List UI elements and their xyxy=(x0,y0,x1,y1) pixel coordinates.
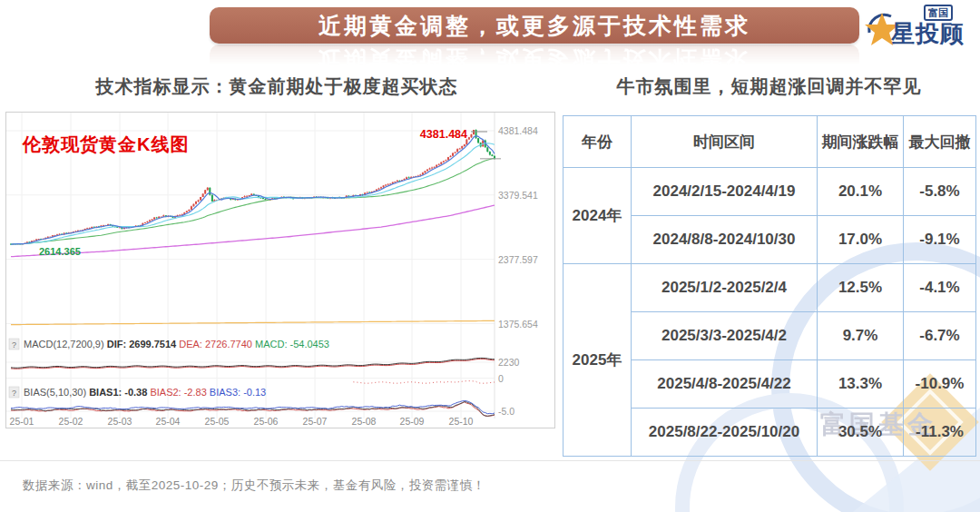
table-header-cell: 时间区间 xyxy=(632,116,818,168)
svg-text:?: ? xyxy=(12,389,16,398)
footer-disclaimer: 数据来源：wind，截至2025-10-29；历史不预示未来，基金有风险，投资需… xyxy=(23,478,485,494)
table-cell: 12.5% xyxy=(818,264,904,312)
table-header-cell: 年份 xyxy=(564,116,632,168)
right-heading: 牛市氛围里，短期超涨回调并不罕见 xyxy=(563,74,975,99)
start-annotation: 2614.365 xyxy=(39,246,81,257)
x-axis-label: 25-03 xyxy=(108,416,132,427)
price-axis-label: 2377.597 xyxy=(498,254,538,265)
table-row: 2025年2025/1/2-2025/2/412.5%-4.1% xyxy=(564,264,976,312)
table-cell: 30.5% xyxy=(818,409,904,457)
price-axis-label: 1375.654 xyxy=(498,319,538,330)
table-header-cell: 最大回撤 xyxy=(904,116,976,168)
peak-annotation: 4381.484 xyxy=(420,128,467,141)
table-cell: 2025/4/8-2025/4/22 xyxy=(632,360,818,409)
x-axis-label: 25-06 xyxy=(254,416,279,427)
table-cell: 2024/2/15-2024/4/19 xyxy=(632,168,818,216)
x-axis-label: 25-07 xyxy=(303,416,328,427)
table-body: 2024年2024/2/15-2024/4/1920.1%-5.8%2024/8… xyxy=(564,168,976,457)
macd-hist-dotted-line xyxy=(353,381,495,384)
gold-kline-chart: 伦敦现货黄金K线图4381.4842614.3654381.4843379.54… xyxy=(6,113,554,428)
slide-page: { "banner": { "title": "近期黄金调整，或更多源于技术性需… xyxy=(0,0,980,512)
footer-divider xyxy=(0,460,980,461)
table-cell: 2024/8/8-2024/10/30 xyxy=(632,216,818,264)
table-cell: -6.7% xyxy=(904,312,976,360)
title-banner: 近期黄金调整，或更多源于技术性需求 xyxy=(210,7,859,44)
price-axis-label: 3379.541 xyxy=(498,190,538,201)
x-axis-label: 25-02 xyxy=(59,416,83,427)
x-axis-label: 25-05 xyxy=(205,416,230,427)
table-head: 年份时间区间期间涨跌幅最大回撤 xyxy=(564,116,976,168)
x-axis-label: 25-08 xyxy=(352,416,377,427)
price-axis-label: 4381.484 xyxy=(498,125,538,136)
bias-legend: BIAS(5,10,30) BIAS1: -0.38 BIAS2: -2.83 … xyxy=(24,387,266,398)
chart-title: 伦敦现货黄金K线图 xyxy=(22,134,189,154)
table-cell: 17.0% xyxy=(818,216,904,264)
chart-panel: 伦敦现货黄金K线图4381.4842614.3654381.4843379.54… xyxy=(5,112,555,428)
price-axis-label: 0 xyxy=(498,373,504,384)
bias1-line xyxy=(11,402,495,417)
pullback-table: 年份时间区间期间涨跌幅最大回撤 2024年2024/2/15-2024/4/19… xyxy=(563,115,976,457)
x-axis-label: 25-01 xyxy=(10,416,34,427)
svg-text:?: ? xyxy=(12,340,16,350)
table-cell: 20.1% xyxy=(818,168,904,216)
x-axis-label: 25-09 xyxy=(400,416,425,427)
table-row: 2024年2024/2/15-2024/4/1920.1%-5.8% xyxy=(564,168,976,216)
table-cell: -5.8% xyxy=(904,168,976,216)
banner-reflection: 近期黄金调整，或更多源于技术性需求 xyxy=(210,44,859,75)
ma-green-line xyxy=(11,158,495,244)
year-cell: 2025年 xyxy=(564,264,632,457)
bias3-line xyxy=(11,400,495,413)
x-axis-label: 25-10 xyxy=(449,416,474,427)
ma-cyan-line xyxy=(11,143,495,245)
table-cell: 13.3% xyxy=(818,360,904,409)
macd-dea-line xyxy=(11,359,495,369)
table-cell: 2025/1/2-2025/2/4 xyxy=(632,264,818,312)
pullback-table-wrapper: 年份时间区间期间涨跌幅最大回撤 2024年2024/2/15-2024/4/19… xyxy=(563,115,977,457)
table-cell: -9.1% xyxy=(904,216,976,264)
table-cell: 2025/8/22-2025/10/20 xyxy=(632,409,818,457)
table-cell: -10.9% xyxy=(904,360,976,409)
table-cell: 2025/3/3-2025/4/2 xyxy=(632,312,818,360)
table-cell: 9.7% xyxy=(818,312,904,360)
table-cell: -4.1% xyxy=(904,264,976,312)
table-header-cell: 期间涨跌幅 xyxy=(818,116,904,168)
logo-brand-small: 富国 xyxy=(924,5,953,21)
table-cell: -11.3% xyxy=(904,409,976,457)
left-heading: 技术指标显示：黄金前期处于极度超买状态 xyxy=(0,74,554,99)
banner-title: 近期黄金调整，或更多源于技术性需求 xyxy=(318,11,750,41)
price-axis-label: 2230 xyxy=(498,357,520,368)
year-cell: 2024年 xyxy=(564,168,632,264)
logo-brand-large: 星投顾 xyxy=(891,18,965,50)
macd-legend: MACD(12,7200,9) DIF: 2699.7514 DEA: 2726… xyxy=(24,339,329,350)
brand-logo: 星投顾 富国 xyxy=(864,4,975,53)
x-axis-label: 25-04 xyxy=(156,416,181,427)
price-axis-label: -5.0 xyxy=(498,406,514,417)
